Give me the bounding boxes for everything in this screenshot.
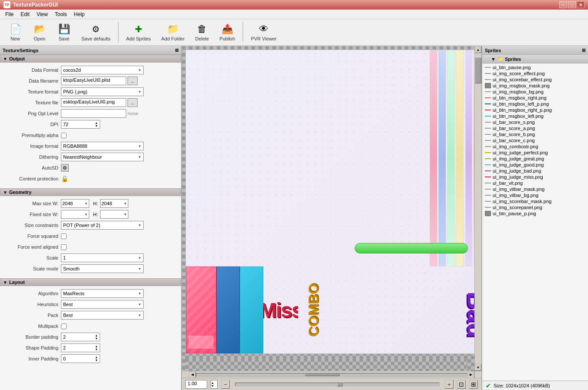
output-section-header[interactable]: ▼ Output: [0, 55, 181, 63]
save-defaults-button[interactable]: ⚙ Save defaults: [77, 20, 115, 44]
multipack-checkbox[interactable]: [61, 323, 67, 329]
add-sprites-button[interactable]: ✚ Add Sprites: [121, 20, 156, 44]
new-button[interactable]: 📄 New: [3, 20, 27, 44]
dpi-down-icon[interactable]: ▼: [95, 124, 98, 127]
sprite-item-22[interactable]: ui_img_scorebar_mask.png: [483, 198, 587, 204]
shape-padding-spin[interactable]: 2 ▲ ▼: [61, 343, 100, 352]
shape-padding-down-icon[interactable]: ▼: [95, 348, 98, 351]
sprite-item-23[interactable]: ui_img_scorepanel.png: [483, 204, 587, 210]
sprite-item-10[interactable]: ui_bar_score_a.png: [483, 125, 587, 131]
sprite-item-17[interactable]: ui_img_judge_bad.png: [483, 168, 587, 174]
zoom-up-icon[interactable]: ▲: [211, 381, 214, 384]
sprite-item-1[interactable]: ui_img_score_effect.png: [483, 70, 587, 77]
canvas-vscroll-thumb[interactable]: [475, 57, 481, 83]
data-filename-browse-button[interactable]: ...: [128, 77, 138, 85]
close-button[interactable]: ✕: [577, 1, 585, 8]
zoom-plus-button[interactable]: +: [445, 380, 454, 389]
sprite-item-6[interactable]: ui_btn_msgbox_left_p.png: [483, 101, 587, 107]
zoom-reset-button[interactable]: ⊞: [469, 380, 478, 389]
canvas-container[interactable]: Miss COMBO Bad: [182, 46, 474, 371]
algorithm-combo[interactable]: MaxRects ▼: [61, 289, 144, 298]
sprite-item-9[interactable]: ui_bar_score_s.png: [483, 119, 587, 125]
texture-format-combo[interactable]: PNG (.png) ▼: [61, 87, 144, 96]
sprite-item-14[interactable]: ui_img_judge_perfect.png: [483, 150, 587, 156]
sprite-item-0[interactable]: ui_btn_pause.png: [483, 64, 587, 70]
canvas-vscroll-down-button[interactable]: ▼: [475, 364, 481, 371]
sprite-item-18[interactable]: ui_img_judge_miss.png: [483, 174, 587, 180]
sprite-item-21[interactable]: ui_img_vitbar_bg.png: [483, 192, 587, 198]
sprite-item-5[interactable]: ui_btn_msgbox_right.png: [483, 95, 587, 101]
canvas-hscroll-left-button[interactable]: ◀: [189, 371, 196, 378]
sprite-item-19[interactable]: ui_bar_vit.png: [483, 180, 587, 186]
max-size-w-combo[interactable]: 2048 ▼: [61, 199, 89, 208]
content-protection-lock-icon[interactable]: 🔒: [61, 175, 68, 182]
zoom-minus-button[interactable]: −: [221, 380, 230, 389]
inner-padding-up-icon[interactable]: ▲: [95, 356, 98, 359]
force-word-aligned-checkbox[interactable]: [61, 244, 67, 250]
max-size-h-combo[interactable]: 2048 ▼: [100, 199, 128, 208]
add-folder-button[interactable]: 📁 Add Folder: [157, 20, 190, 44]
inner-padding-spin[interactable]: 0 ▲ ▼: [61, 354, 100, 363]
zoom-slider-thumb[interactable]: [337, 383, 343, 387]
sprite-item-13[interactable]: ui_img_combostr.png: [483, 143, 587, 150]
sprite-item-11[interactable]: ui_bar_score_b.png: [483, 131, 587, 137]
panel-maximize-icon[interactable]: ⊞: [175, 48, 178, 53]
geometry-section-header[interactable]: ▼ Geometry: [0, 188, 181, 196]
dpi-spin[interactable]: 72 ▲ ▼: [61, 120, 100, 129]
right-panel-maximize-icon[interactable]: ⊞: [582, 48, 585, 53]
scale-mode-combo[interactable]: Smooth ▼: [61, 264, 144, 273]
sprite-item-7[interactable]: ui_btn_msgbox_right_p.png: [483, 107, 587, 113]
texture-file-browse-button[interactable]: ...: [128, 98, 138, 107]
menu-file[interactable]: File: [2, 10, 17, 19]
fixed-size-w-combo[interactable]: ▼: [61, 210, 89, 219]
shape-padding-up-icon[interactable]: ▲: [95, 345, 98, 348]
maximize-button[interactable]: □: [568, 1, 576, 8]
dpi-up-icon[interactable]: ▲: [95, 121, 98, 124]
minimize-button[interactable]: ─: [559, 1, 567, 8]
sprite-item-4[interactable]: ui_img_msgbox_bg.png: [483, 89, 587, 95]
menu-edit[interactable]: Edit: [17, 10, 33, 19]
sprite-item-12[interactable]: ui_bar_score_c.png: [483, 137, 587, 143]
autosd-gear-button[interactable]: ⚙: [61, 164, 69, 172]
dithering-combo[interactable]: NearestNeighbour ▼: [61, 153, 144, 161]
size-constraints-combo[interactable]: POT (Power of 2) ▼: [61, 221, 144, 230]
sprite-item-2[interactable]: ui_img_scorebar_effect.png: [483, 77, 587, 83]
layout-section-header[interactable]: ▼ Layout: [0, 278, 181, 286]
sprite-item-20[interactable]: ui_img_vitbar_mask.png: [483, 186, 587, 192]
menu-help[interactable]: Help: [71, 10, 88, 19]
sprite-item-8[interactable]: ui_btn_msgbox_left.png: [483, 113, 587, 119]
pack-combo[interactable]: Best ▼: [61, 311, 144, 320]
zoom-fit-button[interactable]: ⊡: [457, 380, 466, 389]
premultiply-alpha-checkbox[interactable]: [61, 133, 67, 138]
force-squared-checkbox[interactable]: [61, 233, 67, 239]
heuristics-combo[interactable]: Best ▼: [61, 300, 144, 309]
zoom-input[interactable]: 1.00: [185, 380, 207, 389]
canvas-vscroll-up-button[interactable]: ▲: [475, 46, 481, 53]
menu-view[interactable]: View: [33, 10, 51, 19]
open-button[interactable]: 📂 Open: [28, 20, 51, 44]
inner-padding-down-icon[interactable]: ▼: [95, 359, 98, 362]
zoom-spin[interactable]: ▲ ▼: [211, 380, 218, 389]
sprite-item-3[interactable]: ui_img_msgbox_mask.png: [483, 83, 587, 89]
sprite-item-24[interactable]: ui_btn_pause_p.png: [483, 210, 587, 217]
fixed-size-h-combo[interactable]: ▼: [100, 210, 128, 219]
pvr-viewer-button[interactable]: 👁 PVR Viewer: [246, 20, 281, 44]
border-padding-down-icon[interactable]: ▼: [95, 337, 98, 340]
image-format-combo[interactable]: RGBA8888 ▼: [61, 142, 144, 150]
sprite-item-16[interactable]: ui_img_judge_good.png: [483, 162, 587, 168]
menu-tools[interactable]: Tools: [51, 10, 71, 19]
scale-combo[interactable]: 1 ▼: [61, 253, 144, 262]
png-opt-level-input[interactable]: [61, 109, 126, 118]
publish-button[interactable]: 📤 Publish: [215, 20, 240, 44]
data-filename-input[interactable]: ktop/EasyLiveUI0.plist: [61, 77, 126, 85]
border-padding-spin[interactable]: 2 ▲ ▼: [61, 333, 100, 341]
texture-file-input[interactable]: esktop/EasyLiveUI0.png: [61, 98, 126, 107]
border-padding-up-icon[interactable]: ▲: [95, 334, 98, 337]
zoom-down-icon[interactable]: ▼: [211, 384, 214, 387]
save-button[interactable]: 💾 Save: [52, 20, 76, 44]
data-format-combo[interactable]: cocos2d ▼: [61, 66, 144, 74]
sprite-item-15[interactable]: ui_img_judge_great.png: [483, 156, 587, 162]
canvas-hscroll-right-button[interactable]: ▶: [467, 371, 474, 378]
delete-button[interactable]: 🗑 Delete: [190, 20, 214, 44]
zoom-slider[interactable]: [235, 383, 440, 386]
